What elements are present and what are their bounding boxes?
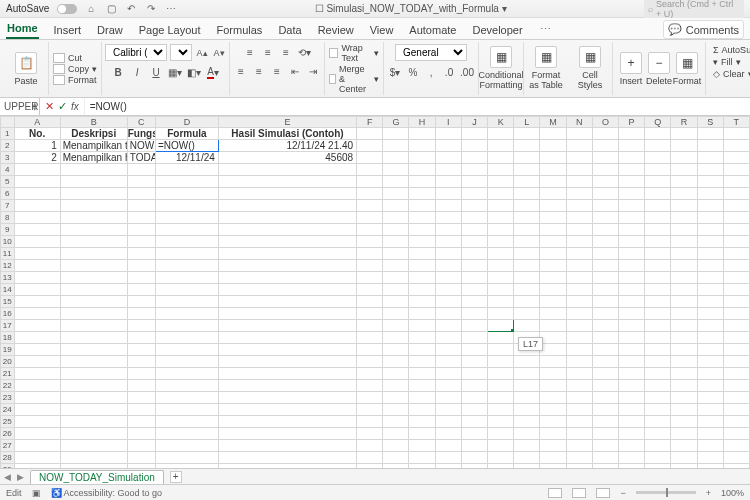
cell[interactable] [14,272,60,284]
grid-row[interactable]: 19 [1,344,750,356]
copy-button[interactable]: Copy ▾ [53,64,97,74]
cell[interactable] [488,320,514,332]
row-header[interactable]: 23 [1,392,15,404]
cell[interactable] [645,176,671,188]
cell[interactable] [383,356,409,368]
cell[interactable] [383,260,409,272]
cell[interactable] [357,380,383,392]
cell[interactable] [671,452,697,464]
cell[interactable] [14,164,60,176]
cell[interactable] [383,152,409,164]
cell[interactable]: 12/11/24 21.40 [218,140,356,152]
row-header[interactable]: 2 [1,140,15,152]
cell[interactable] [671,404,697,416]
row-header[interactable]: 7 [1,200,15,212]
conditional-formatting-button[interactable]: ▦ ConditionalFormatting [483,43,519,94]
cell[interactable] [156,272,219,284]
cell[interactable] [514,200,540,212]
cell[interactable] [514,140,540,152]
cell[interactable] [383,320,409,332]
cell[interactable] [14,296,60,308]
cell[interactable] [435,164,461,176]
cell[interactable] [461,152,487,164]
cell[interactable] [461,404,487,416]
cell[interactable] [697,452,723,464]
cell[interactable] [383,224,409,236]
cell[interactable] [697,392,723,404]
row-header[interactable]: 13 [1,272,15,284]
cell[interactable] [540,440,566,452]
cell[interactable] [514,392,540,404]
cell[interactable] [127,368,155,380]
cell[interactable] [409,212,435,224]
cell[interactable] [592,356,618,368]
cell[interactable] [566,344,592,356]
redo-icon[interactable]: ↷ [145,3,157,15]
cell[interactable] [618,464,644,469]
cell[interactable] [697,248,723,260]
cell[interactable]: Menampilkan hany [60,152,127,164]
align-right-icon[interactable]: ≡ [269,63,285,79]
grid-row[interactable]: 22 [1,380,750,392]
fx-icon[interactable]: fx [71,101,79,112]
italic-button[interactable]: I [129,64,145,80]
cell[interactable] [671,200,697,212]
cell[interactable] [618,284,644,296]
cell[interactable] [592,272,618,284]
grid-row[interactable]: 10 [1,236,750,248]
tab-page-layout[interactable]: Page Layout [138,21,202,39]
cell[interactable] [383,188,409,200]
cell[interactable] [618,308,644,320]
cell[interactable] [14,176,60,188]
cell[interactable] [383,452,409,464]
grid-row[interactable]: 25 [1,416,750,428]
cell[interactable] [156,368,219,380]
cell[interactable] [566,128,592,140]
cell[interactable] [488,428,514,440]
cell[interactable]: No. [14,128,60,140]
cell[interactable] [127,464,155,469]
cell[interactable] [218,416,356,428]
cell[interactable] [723,164,749,176]
cell[interactable] [618,176,644,188]
cell[interactable] [60,248,127,260]
cell[interactable] [514,308,540,320]
tab-view[interactable]: View [369,21,395,39]
cell[interactable] [540,152,566,164]
cell[interactable] [14,392,60,404]
cell[interactable] [514,152,540,164]
cell[interactable] [218,320,356,332]
cell[interactable] [461,164,487,176]
cell[interactable] [618,356,644,368]
column-headers[interactable]: ABCDEFGHIJKLMNOPQRST [1,117,750,128]
cell[interactable] [618,236,644,248]
cell[interactable] [60,236,127,248]
cell[interactable] [383,200,409,212]
align-left-icon[interactable]: ≡ [233,63,249,79]
cell[interactable] [383,284,409,296]
cell[interactable] [645,164,671,176]
cell[interactable] [383,272,409,284]
cell[interactable] [592,368,618,380]
cell[interactable] [723,344,749,356]
align-center-icon[interactable]: ≡ [251,63,267,79]
cell[interactable] [435,344,461,356]
cell[interactable] [671,248,697,260]
cell[interactable] [540,188,566,200]
row-header[interactable]: 25 [1,416,15,428]
cell[interactable] [409,272,435,284]
autosave-toggle[interactable] [57,4,77,14]
cell[interactable] [671,188,697,200]
cell[interactable] [156,260,219,272]
cell[interactable] [566,428,592,440]
cell[interactable] [488,164,514,176]
row-header[interactable]: 21 [1,368,15,380]
cell[interactable] [409,188,435,200]
cell[interactable] [218,224,356,236]
cell[interactable] [671,332,697,344]
cell[interactable] [618,200,644,212]
cell[interactable] [14,236,60,248]
cell[interactable] [488,128,514,140]
cell[interactable] [218,380,356,392]
cell[interactable] [218,308,356,320]
